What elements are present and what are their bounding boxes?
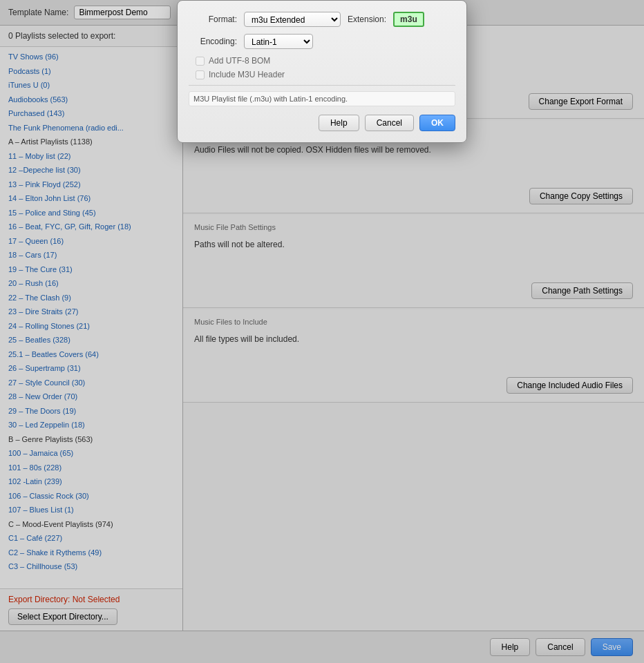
modal-format-label: Format: <box>189 15 237 24</box>
modal-utf8-bom-row: Add UTF-8 BOM <box>189 56 455 66</box>
modal-encoding-label: Encoding: <box>189 37 237 46</box>
modal-m3u-header-row: Include M3U Header <box>189 70 455 79</box>
modal-utf8-bom-label: Add UTF-8 BOM <box>209 56 270 66</box>
modal-description: M3U Playlist file (.m3u) with Latin-1 en… <box>189 91 455 106</box>
modal-utf8-bom-checkbox[interactable] <box>196 57 205 66</box>
modal-buttons: Help Cancel OK <box>189 115 455 131</box>
modal-format-select[interactable]: m3u Extendedm3um3u8plsxspf <box>244 12 341 27</box>
modal-divider <box>189 85 455 86</box>
modal-m3u-header-label: Include M3U Header <box>209 70 285 79</box>
modal-format-row: Format: m3u Extendedm3um3u8plsxspf Exten… <box>189 12 455 27</box>
modal-overlay: Format: m3u Extendedm3um3u8plsxspf Exten… <box>0 0 644 663</box>
modal-encoding-select[interactable]: Latin-1UTF-8UTF-16 <box>244 34 313 49</box>
modal-help-button[interactable]: Help <box>319 115 359 131</box>
modal-ok-button[interactable]: OK <box>419 115 455 131</box>
modal-encoding-row: Encoding: Latin-1UTF-8UTF-16 <box>189 34 455 49</box>
modal-extension-value: m3u <box>393 12 424 27</box>
modal-m3u-header-checkbox[interactable] <box>196 70 205 79</box>
modal-dialog: Format: m3u Extendedm3um3u8plsxspf Exten… <box>177 0 467 143</box>
modal-extension-label: Extension: <box>348 15 386 24</box>
modal-cancel-button[interactable]: Cancel <box>365 115 414 131</box>
